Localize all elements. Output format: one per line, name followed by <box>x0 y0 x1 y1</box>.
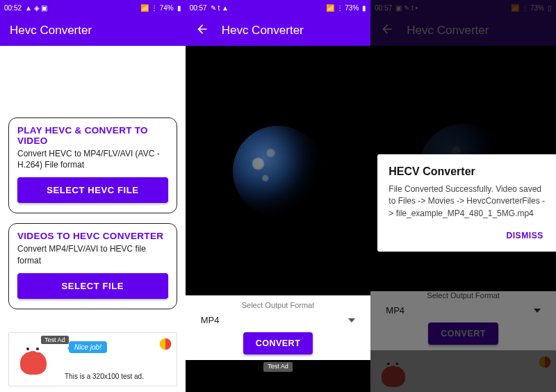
status-bar: 00:52 ▲ ◈ ▣ 📶 ⋮ 74% ▮ <box>0 0 186 15</box>
card-description: Convert MP4/FLV/AVI to HEVC file format <box>17 243 168 266</box>
back-button[interactable] <box>195 22 209 40</box>
video-frame-earth <box>233 126 323 216</box>
status-time: 00:57 <box>190 4 207 12</box>
signal-icon: 📶 ⋮ 73% <box>326 4 359 12</box>
chevron-down-icon <box>348 318 355 322</box>
select-file-button[interactable]: SELECT FILE <box>17 273 168 299</box>
format-label: Select Output Format <box>370 291 556 300</box>
app-bar: Hevc Converter <box>0 15 186 46</box>
dialog-body: File Converted Successfully. Video saved… <box>389 183 546 220</box>
format-dropdown[interactable]: MP4 <box>370 302 556 321</box>
success-dialog: HECV Converter File Converted Successful… <box>377 154 556 252</box>
dismiss-button[interactable]: DISMISS <box>503 227 546 245</box>
status-bar: 00:57 ✎ t ▲ 📶 ⋮ 73% ▮ <box>186 0 371 15</box>
main-content: PLAY HEVC & CONVERT TO VIDEO Convert HEV… <box>0 46 186 392</box>
app-title: Hevc Converter <box>10 24 92 38</box>
card-play-convert: PLAY HEVC & CONVERT TO VIDEO Convert HEV… <box>8 117 177 213</box>
card-title: PLAY HEVC & CONVERT TO VIDEO <box>17 125 168 146</box>
ad-logo-icon <box>158 337 172 351</box>
ad-text: This is a 320x100 test ad. <box>65 373 144 380</box>
status-time: 00:52 <box>4 4 22 12</box>
ad-mascot-icon <box>375 356 410 391</box>
ad-logo-icon <box>538 355 552 369</box>
dialog-title: HECV Converter <box>389 165 546 178</box>
status-time: 00:57 <box>375 4 392 12</box>
signal-icon: 📶 ⋮ 74% <box>140 4 174 12</box>
ad-banner[interactable]: Test Ad <box>186 360 371 392</box>
battery-icon: ▮ <box>362 4 366 12</box>
battery-icon: ▯ <box>548 4 552 12</box>
app-title: Hevc Converter <box>407 24 489 38</box>
select-hevc-file-button[interactable]: SELECT HEVC FILE <box>17 177 168 203</box>
status-left-icons: ▣ ✎ t • <box>395 4 418 12</box>
card-title: VIDEOS TO HEVC CONVERTER <box>17 231 168 241</box>
format-label: Select Output Format <box>186 301 371 309</box>
screen-home: 00:52 ▲ ◈ ▣ 📶 ⋮ 74% ▮ Hevc Converter PLA… <box>0 0 186 392</box>
ad-badge: Test Ad <box>263 362 293 372</box>
status-bar: 00:57 ▣ ✎ t • 📶 ⋮ 73% ▯ <box>370 0 556 15</box>
convert-button[interactable]: CONVERT <box>428 322 498 345</box>
ad-mascot-icon <box>13 340 52 379</box>
back-button[interactable] <box>380 22 394 40</box>
video-preview[interactable] <box>186 46 371 295</box>
ad-badge: Test Ad <box>41 336 69 344</box>
ad-banner[interactable]: Test Ad Nice job! This is a 320x100 test… <box>8 332 177 386</box>
chevron-down-icon <box>534 309 541 313</box>
status-left-icons: ✎ t ▲ <box>211 4 229 12</box>
format-selected: MP4 <box>201 315 220 325</box>
ad-banner[interactable] <box>370 350 556 392</box>
convert-button[interactable]: CONVERT <box>243 332 313 354</box>
app-bar: Hevc Converter <box>186 15 371 46</box>
screen-result-dialog: 00:57 ▣ ✎ t • 📶 ⋮ 73% ▯ Hevc Converter S… <box>370 0 556 392</box>
app-title: Hevc Converter <box>222 24 304 38</box>
controls-panel: Select Output Format MP4 CONVERT <box>370 291 556 392</box>
format-dropdown[interactable]: MP4 <box>186 312 371 331</box>
app-bar: Hevc Converter <box>370 15 556 46</box>
controls-panel: Select Output Format MP4 CONVERT Test Ad <box>186 295 371 392</box>
screen-preview: 00:57 ✎ t ▲ 📶 ⋮ 73% ▮ Hevc Converter Sel… <box>186 0 371 392</box>
card-to-hevc: VIDEOS TO HEVC CONVERTER Convert MP4/FLV… <box>8 223 177 309</box>
signal-icon: 📶 ⋮ 73% <box>511 4 544 12</box>
format-selected: MP4 <box>386 305 404 316</box>
battery-icon: ▮ <box>177 4 181 12</box>
card-description: Convert HEVC to MP4/FLV/AVI (AVC - H.264… <box>17 148 168 170</box>
ad-speech-bubble: Nice job! <box>69 341 107 353</box>
status-left-icons: ▲ ◈ ▣ <box>25 4 47 12</box>
